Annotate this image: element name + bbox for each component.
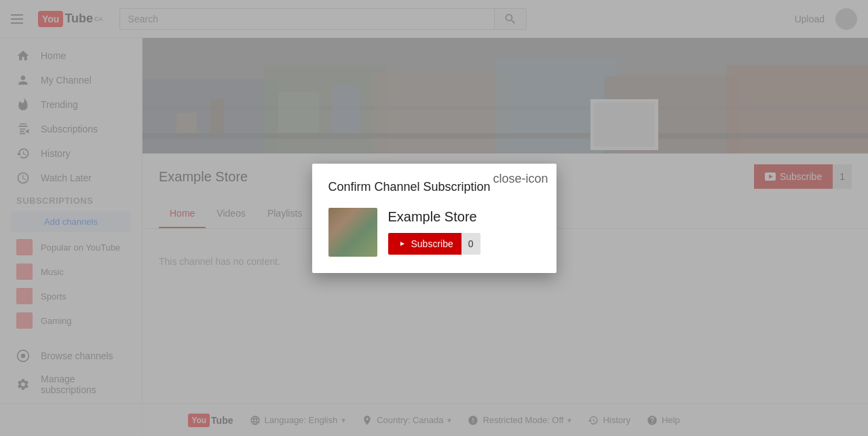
modal-subscribe-label: Subscribe — [411, 238, 453, 249]
modal-close-button[interactable]: close-icon — [493, 172, 548, 186]
modal-subscriber-count: 0 — [461, 233, 480, 255]
modal-channel-thumbnail — [328, 208, 377, 257]
modal-channel-details: Example Store Subscribe 0 — [388, 209, 480, 255]
modal-subscribe-button[interactable]: Subscribe — [388, 233, 461, 255]
modal-channel-info: Example Store Subscribe 0 — [328, 208, 540, 257]
subscription-modal: Confirm Channel Subscription close-icon … — [312, 164, 556, 273]
modal-overlay[interactable]: Confirm Channel Subscription close-icon … — [0, 0, 868, 436]
modal-channel-name: Example Store — [388, 209, 480, 225]
modal-subscribe-row: Subscribe 0 — [388, 233, 480, 255]
